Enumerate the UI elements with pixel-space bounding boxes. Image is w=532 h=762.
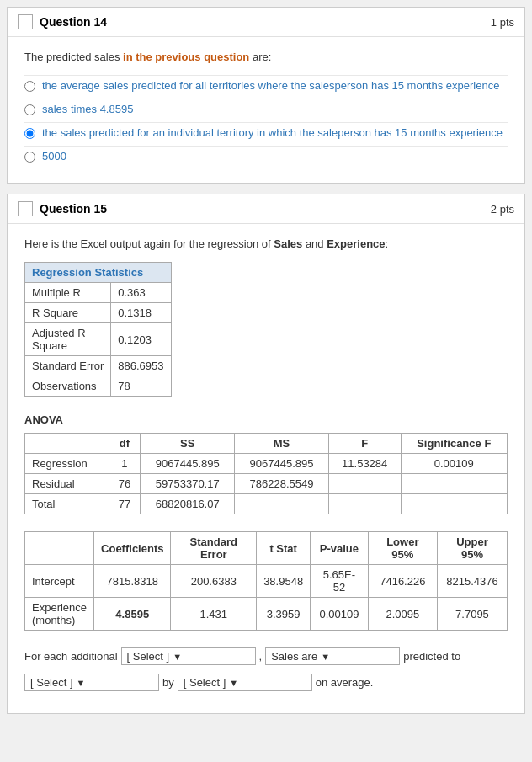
q15-intro-part3: :	[386, 237, 389, 250]
anova-row3-ms	[235, 494, 329, 514]
anova-col-header-4: F	[328, 434, 401, 454]
anova-row2-f	[328, 474, 401, 494]
select-2[interactable]: Sales are ▼	[265, 647, 400, 665]
anova-col-header-2: SS	[141, 434, 235, 454]
reg-stat-value-1: 0.363	[111, 283, 171, 303]
anova-row3-label: Total	[25, 494, 109, 514]
coeff-row2-se: 1.431	[171, 598, 257, 631]
table-row: Regression 1 9067445.895 9067445.895 11.…	[25, 454, 508, 474]
table-row: Adjusted RSquare 0.1203	[25, 323, 172, 356]
coeff-row2-tstat: 3.3959	[257, 598, 311, 631]
select-1-label: [ Select ]	[127, 650, 170, 663]
anova-row1-ss: 9067445.895	[141, 454, 235, 474]
q14-radio-4[interactable]	[24, 152, 35, 163]
q14-intro: The predicted sales in the previous ques…	[24, 51, 508, 63]
anova-col-header-3: MS	[235, 434, 329, 454]
anova-row3-df: 77	[109, 494, 141, 514]
coeff-col-header-4: P-value	[311, 532, 369, 565]
q15-body: Here is the Excel output again for the r…	[8, 224, 524, 713]
coeff-row1-tstat: 38.9548	[257, 565, 311, 598]
q14-body: The predicted sales in the previous ques…	[8, 37, 524, 183]
q14-radio-3[interactable]	[24, 128, 35, 139]
q15-intro-part2: and	[302, 237, 327, 250]
select-3-arrow: ▼	[77, 678, 86, 688]
q14-title: Question 14	[40, 15, 107, 29]
anova-row1-label: Regression	[25, 454, 109, 474]
anova-row3-sig	[401, 494, 507, 514]
anova-row3-f	[328, 494, 401, 514]
q14-option-3[interactable]: the sales predicted for an individual te…	[24, 126, 508, 139]
q14-option-3-text: the sales predicted for an individual te…	[42, 126, 503, 139]
q14-option-2-text: sales times 4.8595	[42, 103, 133, 115]
question-15-block: Question 15 2 pts Here is the Excel outp…	[7, 194, 525, 714]
q14-option-4[interactable]: 5000	[24, 150, 508, 163]
coeff-row1-label: Intercept	[25, 565, 94, 598]
select-2-label: Sales are	[271, 650, 317, 663]
anova-label: ANOVA	[24, 413, 508, 426]
anova-row2-df: 76	[109, 474, 141, 494]
q14-radio-1[interactable]	[24, 81, 35, 92]
select-1[interactable]: [ Select ] ▼	[121, 647, 256, 665]
dropdown-row1-prefix: For each additional	[24, 650, 118, 663]
coeff-row2-lower95: 2.0095	[368, 598, 437, 631]
anova-row1-df: 1	[109, 454, 141, 474]
dropdown-row-1: For each additional [ Select ] ▼ , Sales…	[24, 647, 508, 665]
reg-stat-label-3: Adjusted RSquare	[25, 323, 111, 356]
table-row: R Square 0.1318	[25, 303, 172, 323]
select-1-arrow: ▼	[173, 652, 182, 662]
dropdown-row-2: [ Select ] ▼ by [ Select ] ▼ on average.	[24, 674, 508, 691]
anova-row1-f: 11.53284	[328, 454, 401, 474]
q15-checkbox[interactable]	[18, 201, 33, 216]
q15-intro-bold1: Sales	[274, 237, 302, 250]
anova-row2-ss: 59753370.17	[141, 474, 235, 494]
coeff-col-header-5: Lower 95%	[368, 532, 437, 565]
reg-stat-value-2: 0.1318	[111, 303, 171, 323]
dropdown-row2-suffix: on average.	[316, 676, 374, 689]
q14-radio-2[interactable]	[24, 104, 35, 115]
table-row: Observations 78	[25, 376, 172, 397]
reg-stat-label-2: R Square	[25, 303, 111, 323]
anova-row1-sig: 0.00109	[401, 454, 507, 474]
reg-stat-value-3: 0.1203	[111, 323, 171, 356]
q15-title: Question 15	[40, 202, 107, 216]
coefficients-table: Coefficients Standard Error t Stat P-val…	[24, 531, 508, 631]
select-4-arrow: ▼	[229, 678, 238, 688]
anova-table: df SS MS F Significance F Regression 1 9…	[24, 433, 508, 514]
anova-col-header-5: Significance F	[401, 434, 507, 454]
coeff-col-header-3: t Stat	[257, 532, 311, 565]
reg-stat-value-5: 78	[111, 376, 171, 397]
coeff-row2-coeff: 4.8595	[94, 598, 171, 631]
coeff-row2-upper95: 7.7095	[437, 598, 507, 631]
coeff-row1-lower95: 7416.226	[368, 565, 437, 598]
select-3-label: [ Select ]	[30, 676, 73, 689]
regression-stats-header: Regression Statistics	[25, 263, 172, 283]
question-15-header: Question 15 2 pts	[8, 194, 524, 224]
dropdown-row1-comma: ,	[259, 650, 263, 663]
select-2-arrow: ▼	[321, 652, 330, 662]
q14-checkbox[interactable]	[18, 14, 33, 29]
coeff-col-header-6: Upper 95%	[437, 532, 507, 565]
q14-option-1-text: the average sales predicted for all terr…	[42, 79, 499, 92]
reg-stat-label-4: Standard Error	[25, 356, 111, 376]
select-3[interactable]: [ Select ] ▼	[24, 674, 159, 691]
table-row: Residual 76 59753370.17 786228.5549	[25, 474, 508, 494]
reg-stat-label-1: Multiple R	[25, 283, 111, 303]
q14-option-1[interactable]: the average sales predicted for all terr…	[24, 79, 508, 92]
anova-row2-label: Residual	[25, 474, 109, 494]
coeff-row2-pvalue: 0.00109	[311, 598, 369, 631]
table-row: Intercept 7815.8318 200.6383 38.9548 5.6…	[25, 565, 508, 598]
anova-row3-ss: 68820816.07	[141, 494, 235, 514]
q14-intro-highlight: in the previous question	[123, 51, 249, 63]
dropdown-row1-suffix: predicted to	[403, 650, 460, 663]
q14-option-4-text: 5000	[42, 150, 66, 163]
q15-intro: Here is the Excel output again for the r…	[24, 237, 508, 250]
select-4[interactable]: [ Select ] ▼	[178, 674, 312, 691]
q14-option-2[interactable]: sales times 4.8595	[24, 103, 508, 115]
q15-intro-bold2: Experience	[327, 237, 385, 250]
dropdown-row2-by: by	[162, 676, 174, 689]
reg-stat-value-4: 886.6953	[111, 356, 171, 376]
coeff-row2-label: Experience(months)	[25, 598, 94, 631]
coeff-col-header-1: Coefficients	[94, 532, 171, 565]
q14-pts: 1 pts	[491, 16, 514, 29]
question-14-block: Question 14 1 pts The predicted sales in…	[7, 7, 525, 184]
